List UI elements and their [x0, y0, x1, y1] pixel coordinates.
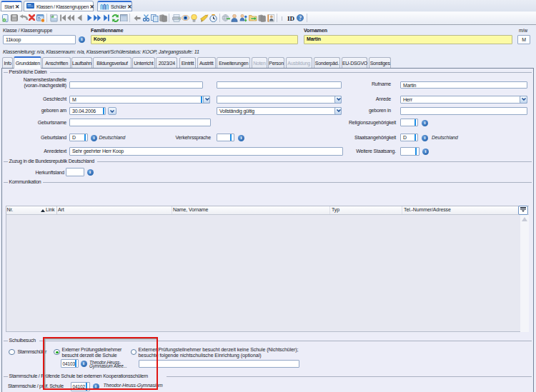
- svg-text:?: ?: [299, 15, 302, 21]
